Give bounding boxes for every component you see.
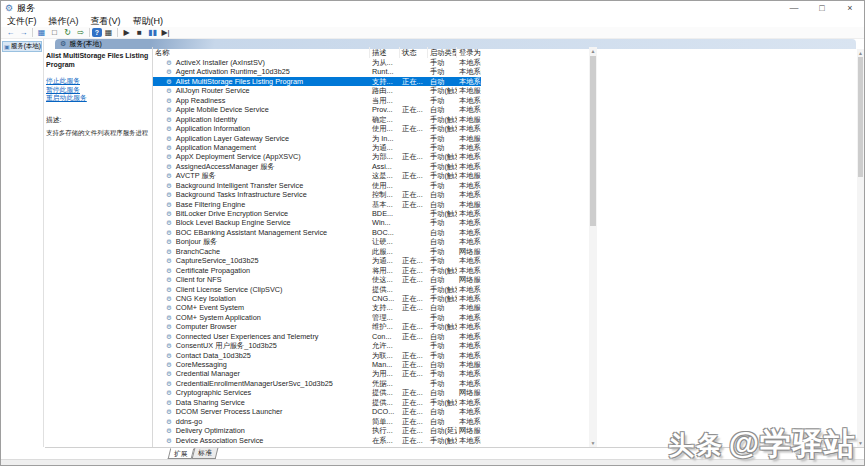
service-row[interactable]: ⚙CoreMessaging Man... 正在... 自动 本地服务 <box>153 360 481 369</box>
menu-item[interactable]: 查看(V) <box>85 15 127 27</box>
service-gear-icon: ⚙ <box>166 332 172 341</box>
view-tab[interactable]: 扩展 <box>168 448 194 459</box>
service-row[interactable]: ⚙Application Identity 确定... 手动(触发... 本地服… <box>153 115 481 124</box>
service-row[interactable]: ⚙Agent Activation Runtime_10d3b25 Runt..… <box>153 67 481 76</box>
service-gear-icon: ⚙ <box>166 152 172 161</box>
menu-bar: 文件(F)操作(A)查看(V)帮助(H) <box>1 15 864 27</box>
service-gear-icon: ⚙ <box>166 134 172 143</box>
service-action-link[interactable]: 重启动此服务 <box>46 94 151 103</box>
service-row[interactable]: ⚙Device Association Service 在系... 正在... … <box>153 436 481 445</box>
service-action-link[interactable]: 暂停此服务 <box>46 86 151 95</box>
scroll-down-icon[interactable]: ▼ <box>857 439 864 447</box>
service-row[interactable]: ⚙Connected User Experiences and Telemetr… <box>153 332 481 341</box>
service-gear-icon: ⚙ <box>166 181 172 190</box>
restart-service-icon[interactable]: ▶| <box>159 27 172 38</box>
service-row[interactable]: ⚙CredentialEnrollmentManagerUserSvc_10d3… <box>153 379 481 388</box>
service-gear-icon: ⚙ <box>166 388 172 397</box>
start-service-icon[interactable]: ▶ <box>120 27 133 38</box>
back-icon[interactable]: ← <box>4 27 17 38</box>
service-gear-icon: ⚙ <box>166 426 172 435</box>
service-row[interactable]: ⚙Client License Service (ClipSVC) 提供... … <box>153 285 481 294</box>
service-gear-icon: ⚙ <box>166 417 172 426</box>
service-gear-icon: ⚙ <box>166 341 172 350</box>
maximize-button[interactable]: □ <box>808 1 836 15</box>
service-row[interactable]: ⚙Computer Browser 维护... 正在... 手动(触发... 本… <box>153 322 481 331</box>
service-gear-icon: ⚙ <box>166 256 172 265</box>
service-row[interactable]: ⚙ActiveX Installer (AxInstSV) 为从... 手动 本… <box>153 58 481 67</box>
minimize-button[interactable]: — <box>780 1 808 15</box>
service-row[interactable]: ⚙App Readiness 当用... 手动 本地系统 <box>153 96 481 105</box>
window-icon[interactable]: ▦ <box>102 27 115 38</box>
close-button[interactable]: × <box>836 1 864 15</box>
service-row[interactable]: ⚙Delivery Optimization 执行... 正在... 自动(延迟… <box>153 426 481 435</box>
service-row[interactable]: ⚙ConsentUX 用户服务_10d3b25 允许... 手动 本地系统 <box>153 341 481 350</box>
service-row[interactable]: ⚙Apple Mobile Device Service Prov... 正在.… <box>153 105 481 114</box>
service-gear-icon: ⚙ <box>166 218 172 227</box>
service-gear-icon: ⚙ <box>166 266 172 275</box>
service-gear-icon: ⚙ <box>166 322 172 331</box>
service-row[interactable]: ⚙CNG Key Isolation CNG... 正在... 手动(触发...… <box>153 294 481 303</box>
column-header-logon-as[interactable]: 登录为 <box>457 47 481 58</box>
service-row[interactable]: ⚙Application Information 使用... 正在... 手动(… <box>153 124 481 133</box>
column-header-name[interactable]: 名称 ^ <box>153 47 370 58</box>
service-row[interactable]: ⚙Cryptographic Services 提供... 正在... 自动 网… <box>153 388 481 397</box>
service-row[interactable]: ⚙COM+ Event System 支持... 正在... 自动 本地服务 <box>153 303 481 312</box>
service-row[interactable]: ⚙Base Filtering Engine 基本... 正在... 自动 本地… <box>153 200 481 209</box>
service-gear-icon: ⚙ <box>166 162 172 171</box>
menu-item[interactable]: 帮助(H) <box>127 15 170 27</box>
service-row[interactable]: ⚙AVCTP 服务 这是... 正在... 手动(触发... 本地服务 <box>153 171 481 180</box>
service-gear-icon: ⚙ <box>166 351 172 360</box>
service-row[interactable]: ⚙Alist MultiStorage Files Listing Progra… <box>153 77 481 86</box>
service-row[interactable]: ⚙ddns-go 简单... 正在... 自动 本地系统 <box>153 417 481 426</box>
menu-item[interactable]: 操作(A) <box>43 15 85 27</box>
service-description: 支持多存储的文件列表程序服务进程 <box>46 129 151 138</box>
service-row[interactable]: ⚙Client for NFS 使这... 正在... 自动 网络服务 <box>153 275 481 284</box>
service-row[interactable]: ⚙BranchCache 此服... 手动 网络服务 <box>153 247 481 256</box>
column-header-description[interactable]: 描述 <box>370 47 400 58</box>
view-tabs: 扩展标准 <box>169 448 216 459</box>
column-header-startup-type[interactable]: 启动类型 <box>428 47 457 58</box>
scroll-up-icon[interactable]: ▲ <box>857 49 864 57</box>
service-row[interactable]: ⚙Certificate Propagation 将用... 正在... 手动(… <box>153 266 481 275</box>
pane-scrollbar[interactable]: ▲ ▼ <box>857 49 864 447</box>
service-row[interactable]: ⚙Background Tasks Infrastructure Service… <box>153 190 481 199</box>
service-row[interactable]: ⚙AssignedAccessManager 服务 Assi... 手动(触发.… <box>153 162 481 171</box>
service-row[interactable]: ⚙Bonjour 服务 让硬... 自动 本地系统 <box>153 237 481 246</box>
forward-icon[interactable]: → <box>17 27 30 38</box>
service-row[interactable]: ⚙Background Intelligent Transfer Service… <box>153 181 481 190</box>
watermark: 头条 @学驿站 <box>668 423 856 465</box>
column-header-status[interactable]: 状态 <box>400 47 428 58</box>
service-row[interactable]: ⚙AllJoyn Router Service 路由... 手动(触发... 本… <box>153 86 481 95</box>
service-row[interactable]: ⚙Application Layer Gateway Service 为 In.… <box>153 134 481 143</box>
service-row[interactable]: ⚙AppX Deployment Service (AppXSVC) 为部...… <box>153 152 481 161</box>
service-row[interactable]: ⚙Credential Manager 为用... 正在... 手动 本地系统 <box>153 369 481 378</box>
list-scrollbar[interactable]: ▲ ▼ <box>589 47 597 447</box>
service-row[interactable]: ⚙BitLocker Drive Encryption Service BDE.… <box>153 209 481 218</box>
refresh-icon[interactable]: ↻ <box>61 27 74 38</box>
list-header-row: 名称 ^ 描述 状态 启动类型 登录为 <box>153 47 481 58</box>
service-action-link[interactable]: 停止此服务 <box>46 77 151 86</box>
stop-service-icon[interactable]: ■ <box>133 27 146 38</box>
scroll-up-icon[interactable]: ▲ <box>589 47 597 55</box>
service-row[interactable]: ⚙Block Level Backup Engine Service Win..… <box>153 218 481 227</box>
toolbar-separator <box>89 28 90 37</box>
help-icon[interactable]: ? <box>92 28 102 37</box>
properties-icon[interactable]: □ <box>48 27 61 38</box>
service-row[interactable]: ⚙Application Management 为通... 手动 本地系统 <box>153 143 481 152</box>
service-row[interactable]: ⚙DCOM Server Process Launcher DCO... 正在.… <box>153 407 481 416</box>
service-row[interactable]: ⚙Contact Data_10d3b25 为联... 正在... 手动 本地系… <box>153 351 481 360</box>
scrollbar-thumb[interactable] <box>590 56 596 226</box>
service-row[interactable]: ⚙Data Sharing Service 提供... 正在... 手动(触发.… <box>153 398 481 407</box>
scroll-down-icon[interactable]: ▼ <box>589 439 597 447</box>
tree-item-services-local[interactable]: ▣ 服务(本地) <box>2 41 42 52</box>
service-row[interactable]: ⚙COM+ System Application 管理... 手动 本地系统 <box>153 313 481 322</box>
scrollbar-thumb[interactable] <box>858 57 863 177</box>
menu-item[interactable]: 文件(F) <box>1 15 43 27</box>
view-tab[interactable]: 标准 <box>191 448 217 459</box>
service-gear-icon: ⚙ <box>166 86 172 95</box>
pause-service-icon[interactable]: ▮▮ <box>146 27 159 38</box>
show-console-tree-icon[interactable]: ▦ <box>35 27 48 38</box>
export-list-icon[interactable]: ⇨ <box>74 27 87 38</box>
service-row[interactable]: ⚙CaptureService_10d3b25 为通... 正在... 手动 本… <box>153 256 481 265</box>
service-row[interactable]: ⚙BOC EBanking Assistant Management Servi… <box>153 228 481 237</box>
